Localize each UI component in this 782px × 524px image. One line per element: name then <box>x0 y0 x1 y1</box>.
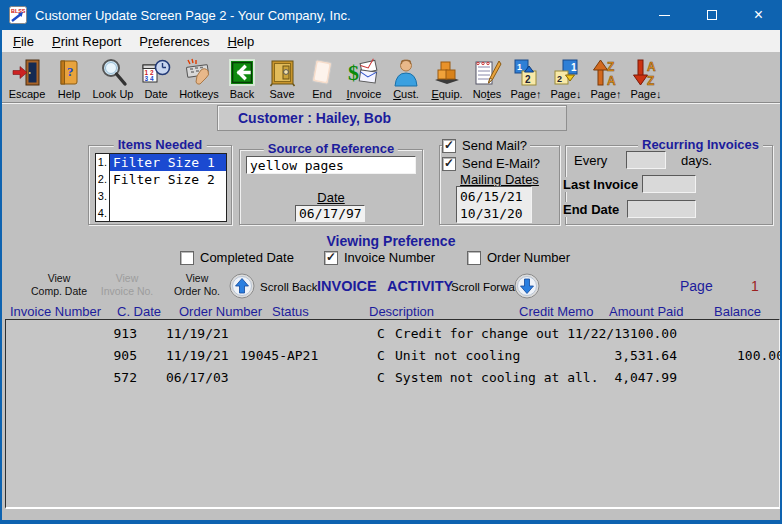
cell-c-date: 11/19/21 <box>166 326 229 341</box>
notes-notepad-icon <box>472 56 502 87</box>
send-mail-checkbox[interactable] <box>442 139 456 153</box>
toolbar-label: Back <box>230 88 254 100</box>
mailing-dates-list[interactable]: 06/15/21 10/31/20 <box>456 186 532 223</box>
list-item[interactable]: 1. Filter Size 1 <box>96 154 226 171</box>
table-row[interactable]: 913 11/19/21 C Credit for change out 11/… <box>6 326 779 343</box>
send-email-label: Send E-Mail? <box>462 156 540 171</box>
title-bar: BLSS Customer Update Screen Page 2 - You… <box>0 0 782 30</box>
item-number: 1. <box>96 154 110 171</box>
reference-date-input[interactable]: 06/17/97 <box>295 205 365 222</box>
source-of-reference-input[interactable]: yellow pages <box>246 156 416 174</box>
menu-bar: File Print Report Preferences Help <box>2 30 780 52</box>
invoice-number-checkbox[interactable] <box>324 251 338 265</box>
toolbar-label: Help <box>58 88 81 100</box>
source-of-reference-title: Source of Reference <box>264 141 398 156</box>
menu-help[interactable]: Help <box>218 31 263 52</box>
end-button[interactable]: End <box>302 53 342 101</box>
date-label: Date <box>240 190 422 205</box>
mailing-date[interactable]: 10/31/20 <box>460 205 528 222</box>
menu-file[interactable]: File <box>4 31 43 52</box>
view-order-no-button[interactable]: View Order No. <box>160 272 234 297</box>
cell-invoice-number: 572 <box>92 370 137 385</box>
last-invoice-label: Last Invoice <box>561 177 640 192</box>
cell-amount-paid: 100.00 <box>562 326 677 341</box>
page-down-button[interactable]: 1 2 Page↓ <box>546 53 586 101</box>
view-button-line: Comp. Date <box>22 285 96 298</box>
list-item[interactable]: 4. <box>96 204 226 221</box>
notes-button[interactable]: Notes <box>468 53 506 101</box>
toolbar-label: Page↓ <box>630 88 661 100</box>
help-button[interactable]: ? Help <box>48 53 90 101</box>
toolbar-label: Page↓ <box>550 88 581 100</box>
toolbar-label: Invoice <box>347 88 382 100</box>
end-date-input[interactable] <box>627 200 696 218</box>
invoice-button[interactable]: $ Invoice <box>342 53 386 101</box>
days-label: days. <box>681 153 712 168</box>
invoice-activity-title: INVOICE ACTIVITY <box>317 278 453 294</box>
customer-button[interactable]: Cust. <box>386 53 426 101</box>
last-invoice-input[interactable] <box>642 175 696 193</box>
item-number: 4. <box>96 204 110 221</box>
end-date-label: End Date <box>561 202 621 217</box>
send-mail-label: Send Mail? <box>462 138 527 153</box>
svg-text:2: 2 <box>557 74 562 84</box>
list-item[interactable]: 3. <box>96 188 226 205</box>
source-of-reference-group: Source of Reference yellow pages Date 06… <box>239 149 423 225</box>
view-comp-date-button[interactable]: View Comp. Date <box>22 272 96 297</box>
order-number-label: Order Number <box>487 250 570 265</box>
hotkeys-button[interactable]: Hotkeys <box>176 53 222 101</box>
maximize-button[interactable] <box>688 0 735 30</box>
cell-invoice-number: 913 <box>92 326 137 341</box>
look-up-button[interactable]: Look Up <box>90 53 136 101</box>
save-button[interactable]: Save <box>262 53 302 101</box>
cell-order-number: 19045-AP21 <box>240 348 318 363</box>
customer-banner-text: Customer : Hailey, Bob <box>238 110 391 126</box>
page-up-button[interactable]: 1 2 Page↑ <box>506 53 546 101</box>
application-window: BLSS Customer Update Screen Page 2 - You… <box>0 0 782 524</box>
order-number-checkbox[interactable] <box>467 251 481 265</box>
every-days-input[interactable] <box>626 151 666 169</box>
escape-button[interactable]: Escape <box>6 53 48 101</box>
mailing-date[interactable]: 06/15/21 <box>460 188 528 205</box>
item-text: Filter Size 2 <box>110 171 226 188</box>
minimize-icon <box>659 15 670 16</box>
toolbar-label: Page↑ <box>510 88 541 100</box>
scroll-forward-button[interactable] <box>514 273 540 299</box>
send-email-checkbox[interactable] <box>442 157 456 171</box>
sort-page-up-button[interactable]: Z A Page↑ <box>586 53 626 101</box>
sort-page-down-button[interactable]: A Z Page↓ <box>626 53 666 101</box>
maximize-icon <box>707 10 717 20</box>
completed-date-checkbox[interactable] <box>180 251 194 265</box>
table-row[interactable]: 572 06/17/03 C System not cooling at all… <box>6 370 779 387</box>
back-button[interactable]: Back <box>222 53 262 101</box>
menu-print-report[interactable]: Print Report <box>43 31 130 52</box>
date-button[interactable]: 1 2 3 4 Date <box>136 53 176 101</box>
recurring-invoices-group: Recurring Invoices Every days. Last Invo… <box>565 145 773 225</box>
cell-status: C <box>377 326 385 341</box>
scroll-back-label: Scroll Back <box>260 281 318 293</box>
window-controls: × <box>641 0 782 30</box>
invoice-money-icon: $ <box>348 56 380 87</box>
table-row[interactable]: 905 11/19/21 19045-AP21 C Unit not cooli… <box>6 348 779 365</box>
hotkeys-keyboard-icon <box>184 56 214 87</box>
svg-text:Z: Z <box>607 60 614 74</box>
equipment-button[interactable]: Equip. <box>426 53 468 101</box>
menu-preferences[interactable]: Preferences <box>130 31 218 52</box>
escape-door-icon <box>12 56 42 87</box>
mailing-group: Send Mail? Send E-Mail? Mailing Dates 06… <box>439 145 560 225</box>
item-number: 2. <box>96 171 110 188</box>
toolbar-label: Save <box>269 88 294 100</box>
close-button[interactable]: × <box>735 0 782 30</box>
equipment-boxes-icon <box>432 56 462 87</box>
help-book-icon: ? <box>54 56 84 87</box>
minimize-button[interactable] <box>641 0 688 30</box>
svg-text:1: 1 <box>517 62 522 72</box>
svg-text:1: 1 <box>571 62 577 73</box>
invoice-number-option: Invoice Number <box>324 250 435 265</box>
toolbar-label: Equip. <box>431 88 462 100</box>
mailing-dates-label: Mailing Dates <box>440 172 559 187</box>
items-needed-list[interactable]: 1. Filter Size 1 2. Filter Size 2 3. 4. <box>95 153 227 222</box>
scroll-back-button[interactable] <box>229 273 255 299</box>
page-number: 1 <box>751 278 759 294</box>
list-item[interactable]: 2. Filter Size 2 <box>96 171 226 188</box>
